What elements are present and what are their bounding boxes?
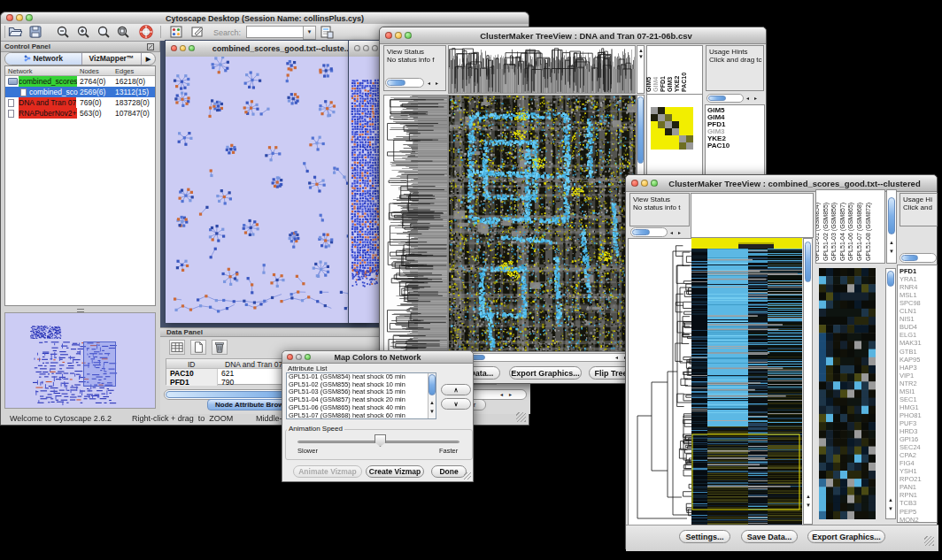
matrix-cell <box>686 142 693 150</box>
close-icon[interactable] <box>171 45 177 51</box>
scroll-right-icon[interactable]: ▸ <box>678 230 681 235</box>
main-title-bar[interactable]: Cytoscape Desktop (Session Name: collins… <box>1 12 529 25</box>
close-icon[interactable] <box>354 45 360 51</box>
tab-vizmapper[interactable]: VizMapper™ <box>82 53 142 65</box>
gene-label: MON2 <box>900 516 919 523</box>
new-attribute-icon[interactable] <box>190 340 206 355</box>
help-ring-icon[interactable] <box>139 25 153 39</box>
attribute-list-label: Attribute List <box>288 364 327 372</box>
close-icon[interactable] <box>385 32 392 39</box>
attribute-list[interactable]: GPL51-01 (GSM854) heat shock 05 minGPL51… <box>286 372 436 419</box>
matrix-cell <box>651 121 658 128</box>
matrix-cell <box>665 107 672 114</box>
resize-grip[interactable] <box>924 536 934 546</box>
scroll-right-icon[interactable]: ▸ <box>436 81 438 86</box>
matrix-cell <box>679 128 686 135</box>
scroll-right-icon[interactable]: ▸ <box>754 96 757 101</box>
heatmap-zoomed[interactable] <box>819 268 876 519</box>
file-icon <box>8 110 14 118</box>
matrix-cell <box>665 121 672 128</box>
dialog-title-bar[interactable]: Map Colors to Network <box>282 351 473 364</box>
attribute-list-item[interactable]: GPL51-07 (GSM868) heat shock 60 min <box>287 412 436 419</box>
attribute-list-scrollbar[interactable]: ▲▼ <box>428 373 436 418</box>
gene-label: MSL1 <box>900 291 917 299</box>
row-dendrogram[interactable] <box>628 238 692 526</box>
move-up-button[interactable]: ∧ <box>441 384 471 395</box>
dendro-vscroll[interactable]: ▲▼ <box>637 45 645 94</box>
minimize-icon[interactable] <box>180 45 186 51</box>
move-down-button[interactable]: ∨ <box>441 398 471 410</box>
search-input[interactable] <box>246 26 305 38</box>
heatmap-main[interactable] <box>448 95 637 352</box>
network-name: combined_sco <box>29 87 78 97</box>
zoom-icon[interactable] <box>372 45 378 51</box>
scroll-left-icon[interactable]: ◂ <box>615 355 618 360</box>
animation-speed-label: Animation Speed <box>287 425 344 433</box>
usage-hints-panel: Usage HintsClick and drag tc <box>706 45 764 91</box>
tab-network[interactable]: Network <box>5 53 82 65</box>
network-tree-row[interactable]: combined_sco 2569(6) 13112(15) <box>5 87 155 97</box>
heatmap-main[interactable] <box>691 238 802 525</box>
network-view-title-bar[interactable]: combined_scores_good.txt--cluste... <box>166 41 367 58</box>
network-canvas[interactable] <box>166 57 367 323</box>
export-graphics----button[interactable]: Export Graphics... <box>509 366 582 380</box>
float-panel-icon[interactable] <box>147 43 154 50</box>
zoom-icon[interactable] <box>405 32 412 39</box>
treeview1-title-bar[interactable]: ClusterMaker TreeView : DNA and Tran 07-… <box>380 27 766 44</box>
animate-vizmap-button[interactable]: Animate Vizmap <box>293 465 362 478</box>
export-graphics----button[interactable]: Export Graphics... <box>807 530 885 543</box>
done-button[interactable]: Done <box>431 465 467 478</box>
scroll-left-icon[interactable]: ◂ <box>670 230 673 235</box>
birds-eye-view[interactable] <box>4 312 156 409</box>
status-scrollbar[interactable] <box>632 229 650 235</box>
zoom-icon[interactable] <box>651 180 658 187</box>
matrix-cell <box>686 107 693 114</box>
birds-eye-viewport-rect[interactable] <box>83 341 116 387</box>
status-scrollbar[interactable] <box>387 80 405 86</box>
scroll-left-icon[interactable]: ◂ <box>428 81 430 86</box>
search-dropdown-icon[interactable]: ▼ <box>303 26 316 40</box>
zoom-icon[interactable] <box>189 45 195 51</box>
correlation-matrix[interactable] <box>651 107 693 150</box>
gene-label: YRA1 <box>900 275 917 283</box>
resize-grip[interactable] <box>464 472 471 479</box>
usage-scrollbar[interactable] <box>708 96 726 101</box>
network-tree-row[interactable]: combined_scores_ 2764(0) 16218(0) <box>5 76 155 87</box>
close-icon[interactable] <box>631 180 638 187</box>
resize-grip[interactable] <box>516 412 526 422</box>
column-dendrogram[interactable] <box>448 45 636 94</box>
annotation-icon[interactable] <box>190 25 205 39</box>
gene-label: GPI16 <box>900 435 918 443</box>
zoom-vscrollbar[interactable]: ▲▼ <box>885 268 896 519</box>
zoom-selected-icon[interactable] <box>97 25 111 39</box>
save-data----button[interactable]: Save Data... <box>741 530 798 543</box>
row-id: PFD1 <box>166 378 218 387</box>
attribute-select-icon[interactable] <box>169 340 185 355</box>
labels-vscrollbar[interactable]: ▲▼ <box>886 189 897 264</box>
minimize-icon[interactable] <box>641 180 648 187</box>
zoom-in-icon[interactable] <box>76 25 90 39</box>
scroll-left-icon[interactable]: ◂ <box>746 96 749 101</box>
save-icon[interactable] <box>28 25 42 39</box>
network-tree-row[interactable]: RNAPuberNov2+! 563(0) 107847(0) <box>5 108 155 119</box>
row-dendrogram[interactable] <box>383 95 448 352</box>
vizmapper-grid-icon[interactable] <box>169 25 183 39</box>
tab-overflow-arrow[interactable]: ▶ <box>142 53 155 65</box>
create-vizmap-button[interactable]: Create Vizmap <box>366 465 424 478</box>
delete-attribute-icon[interactable] <box>212 340 228 355</box>
usage-scrollbar[interactable] <box>901 255 918 261</box>
scroll-right-icon[interactable]: ▸ <box>509 392 512 397</box>
network-table-header[interactable]: Network Nodes Edges <box>5 66 155 76</box>
scroll-left-icon[interactable]: ◂ <box>500 392 503 397</box>
minimize-icon[interactable] <box>395 32 402 39</box>
usage-hints-panel: Usage HiClick and <box>900 193 938 226</box>
zoom-out-icon[interactable] <box>56 25 70 39</box>
network-tree-row[interactable]: DNA and Tran 07 769(0) 183728(0) <box>5 97 155 108</box>
minimize-icon[interactable] <box>363 45 369 51</box>
gene-label: PEP5 <box>900 508 916 516</box>
heatmap-vscrollbar[interactable]: ▲▼ <box>803 238 813 525</box>
zoom-fit-icon[interactable] <box>116 25 130 39</box>
open-folder-icon[interactable] <box>8 25 22 39</box>
attribute-browser-icon[interactable] <box>320 25 334 39</box>
settings----button[interactable]: Settings... <box>679 530 730 543</box>
